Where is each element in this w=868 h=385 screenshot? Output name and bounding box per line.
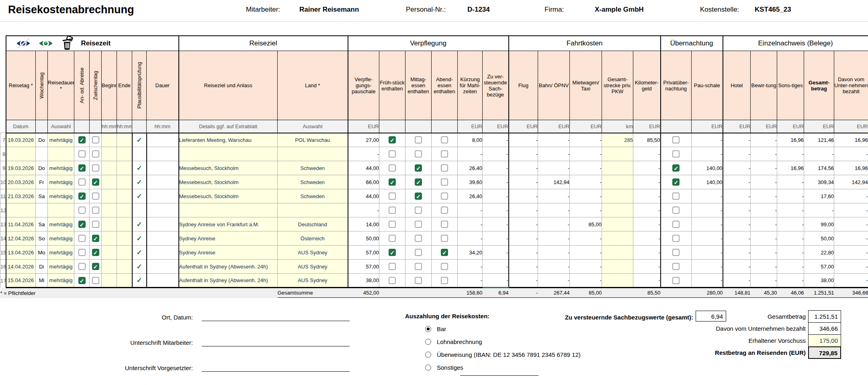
cell-reisedauer[interactable] bbox=[48, 203, 74, 217]
an_ab-checkbox[interactable]: ✓ bbox=[78, 277, 86, 284]
cell-anlass[interactable]: Messebesuch, Stockholm bbox=[179, 175, 278, 189]
zwischen-checkbox[interactable]: ✓ bbox=[92, 235, 99, 242]
cell-datum[interactable]: 20.03.2026 bbox=[6, 175, 36, 189]
cell-beginn[interactable] bbox=[102, 260, 117, 274]
cell-ende[interactable] bbox=[117, 274, 132, 288]
cell-ende[interactable] bbox=[117, 260, 132, 274]
mi-checkbox[interactable] bbox=[415, 263, 422, 270]
an_ab-checkbox[interactable] bbox=[78, 249, 86, 256]
privat-checkbox[interactable]: ✓ bbox=[672, 164, 680, 172]
privat-checkbox[interactable] bbox=[672, 221, 680, 228]
cell-beginn[interactable] bbox=[102, 189, 117, 203]
cell-datum[interactable]: 15.04.2026 bbox=[6, 274, 36, 288]
cell-anlass[interactable]: Sydney Anreise bbox=[179, 231, 278, 246]
cell-strecke[interactable] bbox=[602, 161, 633, 175]
mi-checkbox[interactable] bbox=[415, 221, 422, 228]
cell-beginn[interactable] bbox=[102, 231, 117, 246]
ab-checkbox[interactable] bbox=[441, 263, 448, 270]
cell-anlass[interactable]: Sydney Anreise bbox=[179, 246, 278, 260]
an_ab-checkbox[interactable] bbox=[78, 263, 86, 270]
cell-anlass[interactable]: Aufenthalt in Sydney (Abwesenh. 24h) bbox=[179, 260, 278, 274]
an_ab-checkbox[interactable]: ✓ bbox=[78, 192, 86, 200]
cell-reisedauer[interactable]: mehrtägig bbox=[48, 217, 74, 231]
privat-checkbox[interactable] bbox=[672, 207, 680, 214]
ab-checkbox[interactable] bbox=[441, 150, 448, 158]
cell-land[interactable]: Schweden bbox=[278, 189, 348, 203]
radio-sonstiges[interactable] bbox=[425, 365, 431, 371]
cell-ende[interactable] bbox=[117, 203, 132, 217]
cell-reisedauer[interactable]: mehrtägig bbox=[48, 175, 74, 189]
cell-beginn[interactable] bbox=[102, 133, 117, 147]
summary-value[interactable]: 175,00 bbox=[808, 334, 841, 347]
fs-checkbox[interactable] bbox=[389, 221, 396, 228]
cell-anlass[interactable]: Sydney Anreise von Frankfurt a.M. bbox=[179, 217, 278, 231]
cell-reisedauer[interactable]: mehrtägig bbox=[48, 274, 74, 288]
mi-checkbox[interactable] bbox=[415, 136, 422, 143]
fs-checkbox[interactable] bbox=[389, 207, 396, 214]
fs-checkbox[interactable] bbox=[389, 150, 396, 158]
an_ab-checkbox[interactable]: ✓ bbox=[78, 164, 86, 172]
mi-checkbox[interactable] bbox=[415, 249, 422, 256]
cell-strecke[interactable] bbox=[602, 217, 633, 231]
hide-rows-icon[interactable] bbox=[15, 38, 31, 49]
privat-checkbox[interactable] bbox=[672, 192, 680, 200]
cell-strecke[interactable] bbox=[602, 147, 633, 161]
cell-beginn[interactable] bbox=[102, 175, 117, 189]
sonstiges-input[interactable] bbox=[460, 370, 538, 376]
ab-checkbox[interactable]: ✓ bbox=[441, 249, 448, 256]
zwischen-checkbox[interactable]: ✓ bbox=[92, 263, 99, 270]
fs-checkbox[interactable] bbox=[389, 164, 396, 172]
cell-ende[interactable] bbox=[117, 217, 132, 231]
cell-land[interactable]: Schweden bbox=[278, 175, 348, 189]
cell-strecke[interactable] bbox=[602, 274, 633, 288]
radio-bar[interactable] bbox=[425, 326, 431, 332]
mi-checkbox[interactable] bbox=[415, 277, 422, 284]
cell-reisedauer[interactable]: mehrtägig bbox=[48, 246, 74, 260]
cell-anlass[interactable]: Aufenthalt in Sydney (Abwesenh. 24h) bbox=[179, 274, 278, 288]
mi-checkbox[interactable]: ✓ bbox=[415, 192, 422, 200]
mi-checkbox[interactable]: ✓ bbox=[415, 178, 422, 186]
ab-checkbox[interactable] bbox=[441, 207, 448, 214]
cell-datum[interactable]: 19.03.2026 bbox=[6, 161, 36, 175]
privat-checkbox[interactable] bbox=[672, 263, 680, 270]
radio-lohnabrechnung[interactable] bbox=[425, 339, 431, 345]
ab-checkbox[interactable] bbox=[441, 178, 448, 186]
zwischen-checkbox[interactable] bbox=[92, 221, 99, 228]
fs-checkbox[interactable] bbox=[389, 235, 396, 242]
cell-ende[interactable] bbox=[117, 147, 132, 161]
zwischen-checkbox[interactable]: ✓ bbox=[92, 249, 99, 256]
ab-checkbox[interactable] bbox=[441, 277, 448, 284]
zwischen-checkbox[interactable]: ✓ bbox=[92, 178, 99, 186]
cell-ende[interactable] bbox=[117, 246, 132, 260]
an_ab-checkbox[interactable] bbox=[78, 235, 86, 242]
cell-datum[interactable] bbox=[6, 147, 36, 161]
signature-line[interactable] bbox=[202, 364, 350, 372]
cell-strecke[interactable] bbox=[602, 231, 633, 246]
ab-checkbox[interactable] bbox=[441, 136, 448, 143]
cell-anlass[interactable]: Messebesuch, Stockholm bbox=[179, 161, 278, 175]
cell-strecke[interactable] bbox=[602, 246, 633, 260]
cell-ende[interactable] bbox=[117, 189, 132, 203]
cell-land[interactable]: AUS Sydney bbox=[278, 274, 348, 288]
mi-checkbox[interactable]: ✓ bbox=[415, 164, 422, 172]
an_ab-checkbox[interactable] bbox=[78, 150, 86, 158]
cell-anlass[interactable] bbox=[179, 147, 278, 161]
cell-ende[interactable] bbox=[117, 231, 132, 246]
cell-beginn[interactable] bbox=[102, 161, 117, 175]
privat-checkbox[interactable] bbox=[672, 277, 680, 284]
privat-checkbox[interactable] bbox=[672, 136, 680, 143]
cell-reisedauer[interactable]: mehrtägig bbox=[48, 189, 74, 203]
delete-rows-icon[interactable] bbox=[60, 36, 74, 51]
cell-datum[interactable]: 13.04.2026 bbox=[6, 246, 36, 260]
cell-reisedauer[interactable]: mehrtägig bbox=[48, 260, 74, 274]
cell-beginn[interactable] bbox=[102, 246, 117, 260]
privat-checkbox[interactable] bbox=[672, 235, 680, 242]
cell-reisedauer[interactable]: mehrtägig bbox=[48, 161, 74, 175]
cell-land[interactable] bbox=[278, 147, 348, 161]
cell-datum[interactable]: 19.03.2026 bbox=[6, 133, 36, 147]
cell-land[interactable]: AUS Sydney bbox=[278, 246, 348, 260]
an_ab-checkbox[interactable]: ✓ bbox=[78, 136, 86, 143]
cell-strecke[interactable]: 285 bbox=[602, 133, 633, 147]
cell-datum[interactable]: 11.04.2026 bbox=[6, 217, 36, 231]
cell-land[interactable]: Schweden bbox=[278, 161, 348, 175]
